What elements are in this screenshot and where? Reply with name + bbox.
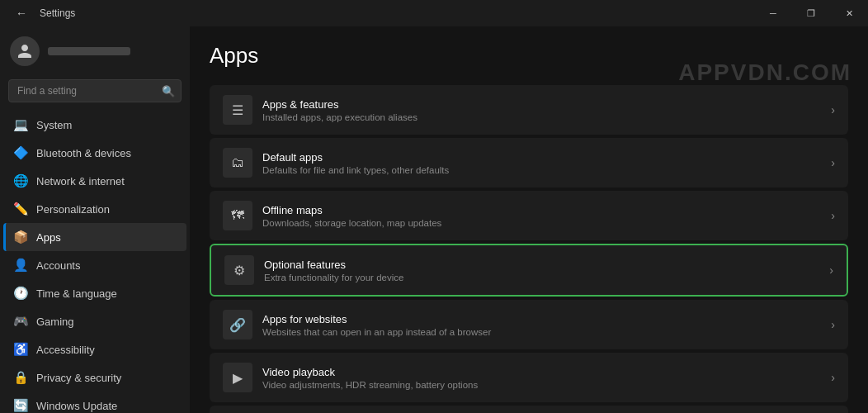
app-body: 🔍 💻 System 🔷 Bluetooth & devices 🌐 Netwo… [0, 26, 868, 413]
settings-text-video-playback: Video playback Video adjustments, HDR st… [262, 366, 824, 390]
nav-icon-personalization: ✏️ [13, 202, 28, 216]
settings-desc-default-apps: Defaults for file and link types, other … [262, 165, 824, 175]
settings-item-apps-websites[interactable]: 🔗 Apps for websites Websites that can op… [210, 300, 848, 349]
sidebar-item-bluetooth[interactable]: 🔷 Bluetooth & devices [3, 139, 186, 167]
nav-icon-gaming: 🎮 [13, 314, 28, 329]
avatar-icon [17, 43, 33, 59]
nav-label-privacy: Privacy & security [36, 372, 121, 384]
nav-label-time: Time & language [36, 287, 117, 300]
settings-text-apps-features: Apps & features Installed apps, app exec… [262, 98, 824, 122]
titlebar-controls: ─ ❐ ✕ [754, 0, 868, 26]
username-bar [48, 47, 130, 55]
chevron-icon-default-apps: › [831, 156, 835, 169]
settings-title-default-apps: Default apps [262, 151, 824, 164]
settings-title-optional-features: Optional features [264, 259, 823, 271]
nav-label-accessibility: Accessibility [36, 344, 95, 356]
nav-icon-accounts: 👤 [13, 258, 28, 273]
nav-label-gaming: Gaming [36, 316, 74, 328]
nav-icon-bluetooth: 🔷 [13, 145, 28, 160]
settings-icon-offline-maps: 🗺 [223, 201, 252, 230]
minimize-button[interactable]: ─ [754, 0, 792, 26]
nav-label-accounts: Accounts [36, 259, 80, 272]
settings-icon-video-playback: ▶ [223, 363, 252, 392]
search-box: 🔍 [8, 79, 182, 102]
nav-icon-network: 🌐 [13, 173, 28, 188]
search-input[interactable] [8, 79, 182, 102]
titlebar-left: ← Settings [10, 2, 75, 25]
nav-label-apps: Apps [36, 231, 61, 244]
settings-desc-apps-websites: Websites that can open in an app instead… [262, 327, 824, 337]
user-profile[interactable] [0, 30, 190, 76]
sidebar-item-update[interactable]: 🔄 Windows Update [3, 392, 186, 413]
sidebar-item-personalization[interactable]: ✏️ Personalization [3, 195, 186, 223]
sidebar-item-system[interactable]: 💻 System [3, 111, 186, 139]
settings-text-optional-features: Optional features Extra functionality fo… [264, 259, 823, 282]
settings-title-apps-features: Apps & features [262, 98, 824, 111]
nav-label-bluetooth: Bluetooth & devices [36, 147, 131, 159]
settings-title-apps-websites: Apps for websites [262, 313, 824, 325]
sidebar-item-accounts[interactable]: 👤 Accounts [3, 251, 186, 279]
settings-item-apps-features[interactable]: ☰ Apps & features Installed apps, app ex… [210, 85, 848, 135]
nav-list: 💻 System 🔷 Bluetooth & devices 🌐 Network… [0, 111, 190, 413]
settings-text-offline-maps: Offline maps Downloads, storage location… [262, 204, 824, 228]
titlebar-title: Settings [40, 7, 75, 19]
settings-title-video-playback: Video playback [262, 366, 824, 378]
close-button[interactable]: ✕ [830, 0, 868, 26]
content-area: APPVDN.COM Apps ☰ Apps & features Instal… [190, 26, 868, 413]
settings-desc-apps-features: Installed apps, app execution aliases [262, 112, 824, 122]
chevron-icon-apps-websites: › [831, 318, 835, 331]
settings-item-startup[interactable]: ⏫ Startup Apps that start automatically … [210, 406, 848, 413]
nav-icon-update: 🔄 [13, 398, 28, 413]
settings-icon-apps-websites: 🔗 [223, 310, 252, 339]
settings-item-video-playback[interactable]: ▶ Video playback Video adjustments, HDR … [210, 353, 848, 402]
sidebar-item-apps[interactable]: 📦 Apps [3, 223, 186, 251]
nav-icon-accessibility: ♿ [13, 342, 28, 357]
sidebar-item-accessibility[interactable]: ♿ Accessibility [3, 335, 186, 363]
settings-desc-offline-maps: Downloads, storage location, map updates [262, 218, 824, 228]
nav-icon-privacy: 🔒 [13, 370, 28, 385]
settings-desc-video-playback: Video adjustments, HDR streaming, batter… [262, 380, 824, 390]
titlebar: ← Settings ─ ❐ ✕ [0, 0, 868, 26]
page-title: Apps [210, 43, 848, 69]
sidebar-item-gaming[interactable]: 🎮 Gaming [3, 307, 186, 335]
settings-icon-default-apps: 🗂 [223, 148, 252, 178]
settings-text-apps-websites: Apps for websites Websites that can open… [262, 313, 824, 337]
settings-item-optional-features[interactable]: ⚙ Optional features Extra functionality … [210, 244, 848, 297]
settings-item-default-apps[interactable]: 🗂 Default apps Defaults for file and lin… [210, 138, 848, 188]
sidebar-item-network[interactable]: 🌐 Network & internet [3, 167, 186, 195]
nav-icon-system: 💻 [13, 117, 28, 132]
nav-icon-apps: 📦 [13, 230, 28, 244]
avatar [10, 36, 40, 66]
chevron-icon-optional-features: › [829, 263, 833, 277]
sidebar: 🔍 💻 System 🔷 Bluetooth & devices 🌐 Netwo… [0, 26, 190, 413]
chevron-icon-apps-features: › [831, 103, 835, 116]
settings-item-offline-maps[interactable]: 🗺 Offline maps Downloads, storage locati… [210, 191, 848, 240]
chevron-icon-video-playback: › [831, 371, 835, 384]
back-button[interactable]: ← [10, 2, 33, 25]
sidebar-item-privacy[interactable]: 🔒 Privacy & security [3, 363, 186, 392]
nav-label-network: Network & internet [36, 175, 125, 188]
nav-label-system: System [36, 119, 72, 131]
search-icon: 🔍 [162, 85, 175, 97]
settings-icon-optional-features: ⚙ [224, 255, 254, 285]
settings-text-default-apps: Default apps Defaults for file and link … [262, 151, 824, 175]
settings-desc-optional-features: Extra functionality for your device [264, 273, 823, 282]
sidebar-item-time[interactable]: 🕐 Time & language [3, 279, 186, 307]
chevron-icon-offline-maps: › [831, 209, 835, 222]
nav-label-update: Windows Update [36, 400, 117, 412]
settings-icon-apps-features: ☰ [223, 95, 252, 125]
settings-list: ☰ Apps & features Installed apps, app ex… [210, 85, 848, 413]
restore-button[interactable]: ❐ [792, 0, 830, 26]
nav-label-personalization: Personalization [36, 203, 110, 216]
nav-icon-time: 🕐 [13, 286, 28, 301]
settings-title-offline-maps: Offline maps [262, 204, 824, 216]
